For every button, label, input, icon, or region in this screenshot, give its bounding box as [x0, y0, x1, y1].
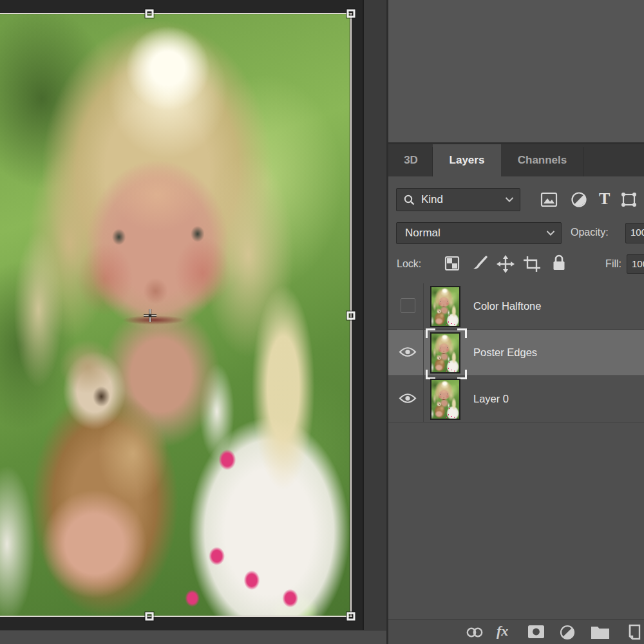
visibility-cell [388, 330, 424, 375]
tab-channels[interactable]: Channels [502, 144, 583, 176]
lock-label: Lock: [397, 258, 421, 270]
blend-mode-value: Normal [405, 227, 440, 240]
transform-handle-top-right[interactable] [347, 10, 355, 18]
layers-panel-footer: fx [388, 619, 644, 644]
new-adjustment-layer-icon[interactable] [560, 625, 578, 640]
visibility-toggle[interactable] [399, 299, 417, 314]
blend-mode-dropdown[interactable]: Normal [396, 222, 562, 244]
layer-row-poster-edges[interactable]: Poster Edges [388, 330, 644, 376]
chevron-down-icon [546, 231, 555, 236]
layer-thumbnail[interactable] [430, 332, 460, 374]
new-layer-icon[interactable] [624, 624, 642, 639]
selected-thumb-bracket [457, 328, 467, 338]
layer-filter-kind-dropdown[interactable]: Kind [396, 188, 520, 211]
visibility-cell [388, 283, 424, 329]
transform-edge-top[interactable] [0, 13, 352, 14]
layers-panel-dock: 3D Layers Channels Kind T Normal Opacity… [386, 0, 644, 644]
pixel-layer-filter-icon[interactable] [540, 191, 558, 208]
transform-handle-bottom-middle[interactable] [146, 612, 154, 621]
photoshop-workspace: { "canvas": { "description": "Photo of a… [0, 0, 644, 644]
layer-name: Layer 0 [473, 376, 509, 422]
girl-with-chicken-photo [0, 14, 350, 616]
layer-name: Poster Edges [473, 330, 537, 375]
document-canvas-photo[interactable] [0, 14, 350, 616]
lock-artboard-icon[interactable] [522, 256, 542, 272]
add-layer-mask-icon[interactable] [527, 625, 545, 640]
chevron-down-icon [505, 197, 514, 203]
transform-handle-right-middle[interactable] [347, 312, 355, 320]
tab-layers[interactable]: Layers [433, 144, 501, 178]
eye-icon [399, 392, 417, 404]
lock-position-move-icon[interactable] [497, 255, 515, 273]
lock-transparent-pixels-icon[interactable] [444, 255, 460, 272]
type-layer-filter-icon[interactable]: T [599, 191, 610, 207]
transform-edge-bottom[interactable] [0, 616, 352, 617]
transform-handle-bottom-right[interactable] [347, 612, 355, 621]
transform-reference-point[interactable] [143, 308, 157, 323]
adjustment-layer-filter-icon[interactable] [571, 191, 587, 208]
layer-row-layer-0[interactable]: Layer 0 [388, 376, 644, 422]
layer-name: Color Halftone [473, 283, 541, 329]
layer-styles-fx-icon[interactable]: fx [497, 624, 515, 639]
search-icon [403, 194, 415, 206]
fill-label: Fill: [582, 258, 621, 270]
fill-value-field[interactable]: 100% [627, 254, 644, 274]
shape-layer-filter-icon[interactable] [620, 191, 638, 208]
eye-icon [399, 346, 417, 358]
panel-tab-bar: 3D Layers Channels [388, 142, 644, 176]
opacity-label: Opacity: [571, 227, 609, 238]
filter-kind-label: Kind [421, 193, 443, 206]
opacity-value-field[interactable]: 100% [625, 223, 644, 243]
document-status-strip [0, 630, 386, 644]
lock-all-padlock-icon[interactable] [551, 254, 567, 272]
visibility-toggle[interactable] [399, 392, 417, 406]
layer-thumbnail[interactable] [430, 379, 460, 420]
transform-handle-top-middle[interactable] [146, 10, 154, 18]
layer-thumbnail[interactable] [430, 286, 460, 327]
tab-separator [583, 147, 583, 176]
visibility-toggle[interactable] [399, 346, 417, 360]
visibility-cell [388, 376, 424, 422]
tab-3d[interactable]: 3D [390, 144, 432, 176]
workspace-gutter [363, 0, 386, 630]
layer-row-color-halftone[interactable]: Color Halftone [388, 283, 644, 330]
link-layers-icon[interactable] [466, 627, 484, 642]
selected-thumb-bracket [426, 328, 435, 338]
upper-panel-empty [388, 0, 644, 142]
new-group-folder-icon[interactable] [591, 625, 609, 640]
lock-image-pixels-brush-icon[interactable] [471, 254, 489, 272]
hidden-visibility-checkbox [401, 298, 415, 313]
